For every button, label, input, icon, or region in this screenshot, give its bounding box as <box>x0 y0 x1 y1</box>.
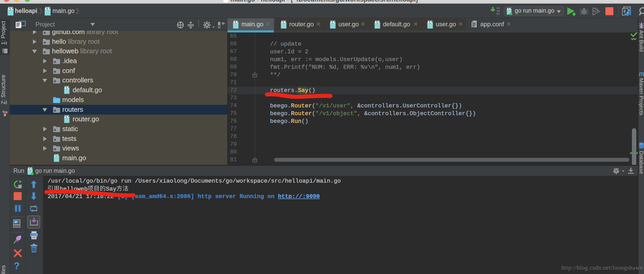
svg-text:01: 01 <box>497 12 500 15</box>
